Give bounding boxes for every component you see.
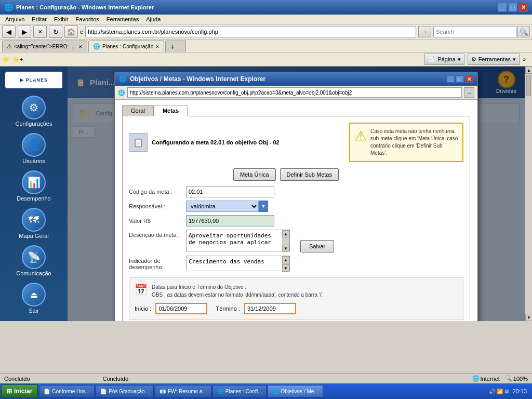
- browser-tab-3[interactable]: +: [165, 41, 186, 52]
- taskbar: ⊞ Iniciar 📄 Conforme Hos... 📄 Pós Gradua…: [0, 383, 532, 399]
- sidebar-item-mapa[interactable]: 🗺 Mapa Geral: [5, 206, 62, 241]
- home-button[interactable]: 🏠: [64, 25, 78, 38]
- sidebar-logo: ▶ PLANES: [5, 72, 62, 88]
- modal-titlebar: 🌐 Objetivos / Metas - Windows Internet E…: [115, 72, 477, 86]
- main-content: 📋 Plani... Estatística... ? Dúvidas 📁 Co…: [68, 66, 525, 321]
- browser-tab-1[interactable]: ⚠ <aling="center">ERRO: A U... ✕: [2, 41, 87, 52]
- close-button[interactable]: ✕: [518, 3, 528, 12]
- taskbar-item-2[interactable]: 📄 Pós Graduação...: [96, 385, 154, 397]
- descricao-scrollbar[interactable]: ▲ ▼: [282, 230, 289, 252]
- modal-ie-icon: 🌐: [119, 75, 127, 83]
- indicador-scroll-down[interactable]: ▼: [282, 264, 289, 272]
- back-button[interactable]: ◀: [2, 25, 16, 38]
- taskbar-icon-2: 📄: [100, 389, 107, 394]
- sidebar-item-desempenho[interactable]: 📊 Desempenho: [5, 168, 62, 204]
- start-button[interactable]: ⊞ Iniciar: [1, 384, 38, 398]
- responsavel-dropdown-button[interactable]: ▼: [259, 201, 268, 212]
- taskbar-item-5[interactable]: 🌐 Objetivos / Me...: [268, 385, 323, 397]
- taskbar-icon-3: 📧: [159, 389, 166, 394]
- tools-button[interactable]: ⚙ Ferramentas▾: [468, 54, 520, 65]
- browser-window: 🌐 Planes : Configuração - Windows Intern…: [0, 0, 532, 399]
- meta-unica-button[interactable]: Meta Única: [233, 168, 276, 181]
- status-left: Concluído: [4, 376, 30, 382]
- valor-row: Valor R$ :: [129, 215, 463, 227]
- sidebar-item-usuarios[interactable]: 👤 Usuários: [5, 131, 62, 166]
- termino-input[interactable]: [244, 303, 296, 314]
- indicador-row: Indicador de desempenho: Crescimento das…: [129, 256, 463, 272]
- modal-close-button[interactable]: ✕: [465, 75, 473, 83]
- definir-sub-metas-button[interactable]: Definir Sub Metas: [280, 168, 339, 181]
- valor-label: Valor R$ :: [129, 218, 186, 224]
- inicio-label: Início :: [135, 305, 151, 312]
- sidebar-item-sair[interactable]: ⏏ Sair: [5, 281, 62, 316]
- warning-icon: ⚠: [354, 128, 367, 145]
- menu-ferramentas[interactable]: Ferramentas: [103, 16, 142, 23]
- menu-favoritos[interactable]: Favoritos: [73, 16, 102, 23]
- date-row: Início : Término :: [135, 303, 458, 314]
- tab-icon-2: 🌐: [93, 43, 100, 50]
- responsavel-label: Responsável :: [129, 203, 186, 209]
- indicador-scrollbar[interactable]: ▲ ▼: [282, 256, 289, 272]
- taskbar-item-3[interactable]: 📧 FW: Resumo a...: [155, 385, 211, 397]
- ie-icon: 🌐: [4, 3, 13, 11]
- page-button[interactable]: 📄 Página▾: [424, 54, 464, 65]
- new-tab-button[interactable]: +: [170, 43, 174, 51]
- indicador-textarea[interactable]: Crescimento das vendas: [186, 256, 290, 271]
- indicador-textarea-container: Crescimento das vendas ▲ ▼: [186, 256, 290, 272]
- menu-arquivo[interactable]: Arquivo: [2, 16, 28, 23]
- mapa-icon: 🗺: [22, 208, 46, 232]
- scroll-bottom-button[interactable]: ▼: [525, 314, 532, 321]
- minimize-button[interactable]: _: [498, 3, 507, 12]
- main-sidebar: ▶ PLANES ⚙ Configurações 👤 Usuários 📊 De…: [0, 66, 68, 321]
- salvar-button[interactable]: Salvar: [300, 240, 334, 252]
- search-button[interactable]: 🔍: [517, 26, 530, 37]
- modal-title: Objetivos / Metas - Windows Internet Exp…: [130, 75, 265, 83]
- sidebar-item-configuracoes[interactable]: ⚙ Configurações: [5, 94, 62, 129]
- indicador-scroll-up[interactable]: ▲: [282, 256, 289, 263]
- responsavel-select[interactable]: valdomira: [186, 201, 259, 212]
- taskbar-item-1[interactable]: 📄 Conforme Hos...: [39, 385, 95, 397]
- modal-minimize-button[interactable]: _: [446, 75, 455, 83]
- forward-button[interactable]: ▶: [18, 25, 31, 38]
- taskbar-item-4[interactable]: 🌐 Planes : Confi...: [212, 385, 267, 397]
- sidebar-item-comunicacao[interactable]: 📡 Comunicação: [5, 243, 62, 278]
- taskbar-icon-4: 🌐: [217, 389, 223, 394]
- scroll-down-button[interactable]: ▼: [282, 245, 289, 252]
- refresh-button[interactable]: ↻: [49, 25, 62, 38]
- scroll-thumb[interactable]: [526, 75, 531, 96]
- browser-tab-2[interactable]: 🌐 Planes : Configuração ✕: [88, 41, 164, 52]
- zoom-level: 100%: [513, 376, 528, 382]
- action-buttons-row: Meta Única Definir Sub Metas: [129, 168, 463, 181]
- date-obs: OBS : as datas devem estar no formato 'd…: [152, 291, 324, 299]
- add-favorites-icon: ⭐+: [12, 56, 23, 63]
- codigo-input[interactable]: [186, 186, 274, 197]
- date-section-header: 📅 Datas para Início e Término do Objetiv…: [135, 283, 458, 299]
- system-clock: 20:13: [512, 388, 527, 394]
- go-button[interactable]: →: [418, 26, 431, 37]
- restore-button[interactable]: □: [508, 3, 517, 12]
- modal-tab-geral[interactable]: Geral: [122, 105, 154, 116]
- status-bar: Concluído Concluído 🌐 Internet 🔍 100%: [0, 373, 532, 383]
- tab-close-1[interactable]: ✕: [78, 44, 83, 49]
- search-input[interactable]: [433, 26, 516, 37]
- responsavel-row: Responsável : valdomira ▼: [129, 201, 463, 212]
- inicio-input[interactable]: [155, 303, 207, 314]
- scroll-top-button[interactable]: ▲: [525, 66, 532, 74]
- modal-overlay: 🌐 Objetivos / Metas - Windows Internet E…: [68, 66, 525, 321]
- menu-exibir[interactable]: Exibir: [51, 16, 72, 23]
- main-scrollbar[interactable]: ▲ ▼: [525, 66, 532, 321]
- modal-restore-button[interactable]: □: [456, 75, 464, 83]
- tab-close-2[interactable]: ✕: [155, 44, 159, 49]
- menu-editar[interactable]: Editar: [29, 16, 50, 23]
- browser-title: Planes : Configuração - Windows Internet…: [16, 4, 154, 10]
- scroll-up-button[interactable]: ▲: [282, 230, 289, 237]
- modal-go-button[interactable]: →: [464, 87, 474, 98]
- modal-url-input[interactable]: [127, 87, 462, 98]
- modal-tab-metas[interactable]: Metas: [154, 105, 188, 116]
- address-bar[interactable]: [85, 26, 416, 37]
- menu-ajuda[interactable]: Ajuda: [143, 16, 164, 23]
- stop-button[interactable]: ✕: [33, 25, 47, 38]
- valor-input[interactable]: [186, 215, 274, 227]
- descricao-textarea[interactable]: Aproveitar oportunidades de negócios par…: [186, 230, 290, 251]
- windows-icon: ⊞: [7, 388, 12, 395]
